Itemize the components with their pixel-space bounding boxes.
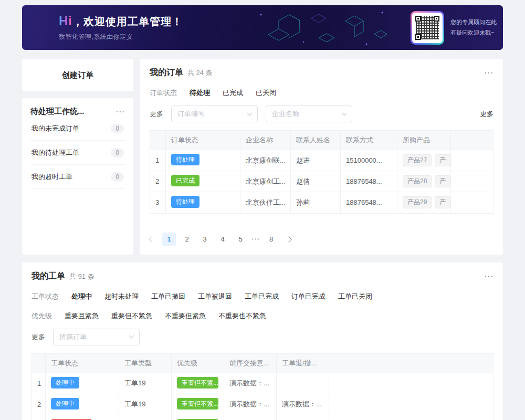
filter-option-ticket-completed[interactable]: 工单已完成 <box>245 292 279 301</box>
filter-option-ticket-closed[interactable]: 工单已关闭 <box>338 292 372 301</box>
page-button-8[interactable]: 8 <box>265 233 278 246</box>
col-header-phone: 联系方式 <box>341 131 397 150</box>
order-no-select[interactable]: 订单编号 <box>171 106 258 122</box>
welcome-banner: Hi，欢迎使用工单管理！ 数智化管理,系统由你定义 <box>22 5 503 50</box>
banner-subtitle: 数智化管理,系统由你定义 <box>59 33 183 41</box>
row-index: 1 <box>150 150 166 171</box>
stat-count-badge: 0 <box>111 124 124 133</box>
qr-finder-icon <box>434 16 439 22</box>
orders-panel-title: 我的订单 <box>150 67 183 78</box>
status-badge: 处理中 <box>51 398 79 410</box>
col-header-products: 所购产品 <box>397 131 451 150</box>
handover-cell: 演示数据：... <box>224 394 277 415</box>
col-header-company: 企业名称 <box>240 131 291 150</box>
withdraw-cell: 演示数据：... <box>277 394 329 415</box>
page-button-3[interactable]: 3 <box>198 233 212 246</box>
ticket-status-filter-row: 工单状态 处理中 超时未处理 工单已撤回 工单被退回 工单已完成 订单已完成 工… <box>32 292 494 301</box>
banner-title: Hi，欢迎使用工单管理！ <box>59 14 183 29</box>
more-icon[interactable]: ⋯ <box>484 272 494 281</box>
order-status-filter-label: 订单状态 <box>150 88 177 98</box>
ticket-status-filter-label: 工单状态 <box>32 292 59 301</box>
phone-cell: 18876548... <box>341 171 397 192</box>
banner-decoration-icon <box>254 5 395 50</box>
chevron-right-icon[interactable] <box>286 236 291 242</box>
ticket-type-cell: 工单19 <box>119 373 172 394</box>
filter-option-returned[interactable]: 工单被退回 <box>198 292 232 301</box>
col-header-withdraw: 工单退/撤... <box>277 353 329 373</box>
filter-option-not-important-urgent[interactable]: 不重要但紧急 <box>165 311 206 321</box>
filter-option-pending[interactable]: 待处理 <box>190 88 210 98</box>
qr-finder-icon <box>415 34 421 40</box>
more-filters-label: 更多 <box>150 109 163 119</box>
page-button-4[interactable]: 4 <box>216 233 229 246</box>
page: Hi，欢迎使用工单管理！ 数智化管理,系统由你定义 <box>0 0 525 420</box>
filter-option-order-completed[interactable]: 订单已完成 <box>291 292 326 301</box>
qr-finder-icon <box>415 16 421 22</box>
ticket-type-cell: 工单9 <box>119 415 172 420</box>
filter-option-important-urgent[interactable]: 重要且紧急 <box>65 311 99 321</box>
page-button-2[interactable]: 2 <box>180 233 194 246</box>
qr-code <box>412 13 443 43</box>
row-index: 3 <box>150 192 166 213</box>
product-tag: 产 <box>435 154 450 166</box>
filter-option-important-not-urgent[interactable]: 重要但不紧急 <box>111 311 152 321</box>
withdraw-cell: 演示数据：... <box>277 415 329 420</box>
tickets-table: 工单状态 工单类型 优先级 前序交接意... 工单退/撤... 1 处理中 工单… <box>32 353 494 420</box>
orders-more-link[interactable]: 更多 <box>480 109 494 119</box>
page-button-1[interactable]: 1 <box>162 233 176 246</box>
table-row[interactable]: 1 处理中 工单19 重要但不紧... 演示数据：... <box>32 373 494 394</box>
more-icon[interactable]: ⋯ <box>484 68 494 77</box>
stat-item-unfinished-orders[interactable]: 我的未完成订单 0 <box>30 117 125 141</box>
pending-stats-card: 待处理工作统... ⋯ 我的未完成订单 0 我的待处理工单 0 我的超时工单 0 <box>22 98 133 255</box>
product-tag: 产 <box>435 196 450 208</box>
filter-option-completed[interactable]: 已完成 <box>223 88 243 98</box>
filter-option-processing[interactable]: 处理中 <box>71 292 92 301</box>
orders-table: 订单状态 企业名称 联系人姓名 联系方式 所购产品 1 待处理 北京康创联...… <box>150 130 494 214</box>
page-button-5[interactable]: 5 <box>234 233 247 246</box>
table-row[interactable]: 2 处理中 工单19 重要但不紧... 演示数据：... 演示数据：... <box>32 394 494 415</box>
product-tag: 产品28 <box>403 175 432 187</box>
filter-option-withdrawn[interactable]: 工单已撤回 <box>151 292 185 301</box>
parent-order-select[interactable]: 所属订单 <box>53 329 140 345</box>
pagination-ellipsis-icon[interactable]: ••• <box>251 236 260 242</box>
filter-option-closed[interactable]: 已关闭 <box>256 88 276 98</box>
parent-order-placeholder: 所属订单 <box>59 332 87 342</box>
stat-item-overtime-tickets[interactable]: 我的超时工单 0 <box>30 165 125 189</box>
more-icon[interactable]: ⋯ <box>116 107 125 116</box>
company-name-select[interactable]: 企业名称 <box>266 106 352 122</box>
filter-option-not-important-not-urgent[interactable]: 不重要也不紧急 <box>218 311 266 321</box>
table-row[interactable]: 3 超时未处理 工单9 重要但不紧... 演示数据：... 演示数据：... <box>32 415 494 420</box>
pagination: 1 2 3 4 5 ••• 8 <box>150 233 494 246</box>
priority-badge: 重要但不紧... <box>177 377 218 388</box>
left-sidebar: 创建订单 待处理工作统... ⋯ 我的未完成订单 0 我的待处理工单 0 我的超… <box>22 59 133 255</box>
row-index: 2 <box>150 171 166 192</box>
contact-cell: 孙莉 <box>291 192 341 213</box>
status-badge: 已完成 <box>171 175 200 186</box>
chevron-left-icon[interactable] <box>149 236 154 242</box>
create-order-button[interactable]: 创建订单 <box>22 59 133 91</box>
products-cell: 产品29产 <box>397 192 451 213</box>
stats-card-title: 待处理工作统... <box>30 107 85 117</box>
tickets-count: 共 91 条 <box>69 272 94 281</box>
product-tag: 产品29 <box>403 196 432 208</box>
more-filters-label: 更多 <box>32 332 45 342</box>
banner-title-rest: ，欢迎使用工单管理！ <box>72 16 183 27</box>
orders-more-filter-row: 更多 订单编号 企业名称 更多 <box>150 106 494 122</box>
stat-item-pending-tickets[interactable]: 我的待处理工单 0 <box>30 141 125 165</box>
col-header-ticket-type: 工单类型 <box>119 353 172 373</box>
filter-option-overtime[interactable]: 超时未处理 <box>104 292 139 301</box>
stat-label: 我的未完成订单 <box>32 124 79 133</box>
my-tickets-panel: 我的工单 共 91 条 ⋯ 工单状态 处理中 超时未处理 工单已撤回 工单被退回… <box>22 262 503 420</box>
table-row[interactable]: 3 待处理 北京伙伴工... 孙莉 18876548... 产品29产 <box>150 192 494 213</box>
priority-badge: 重要但不紧... <box>177 398 218 410</box>
products-cell: 产品28产 <box>397 171 451 192</box>
table-row[interactable]: 1 待处理 北京康创联... 赵进 15100000... 产品27产 <box>150 150 494 171</box>
col-header-filler <box>329 353 494 373</box>
company-cell: 北京康创联... <box>240 150 291 171</box>
status-badge: 待处理 <box>171 154 200 165</box>
phone-cell: 15100000... <box>341 150 397 171</box>
table-row[interactable]: 2 已完成 北京康创工... 赵倩 18876548... 产品28产 <box>150 171 494 192</box>
banner-title-hi: Hi <box>59 14 72 28</box>
stat-label: 我的超时工单 <box>32 172 72 182</box>
col-header-index <box>32 353 46 373</box>
